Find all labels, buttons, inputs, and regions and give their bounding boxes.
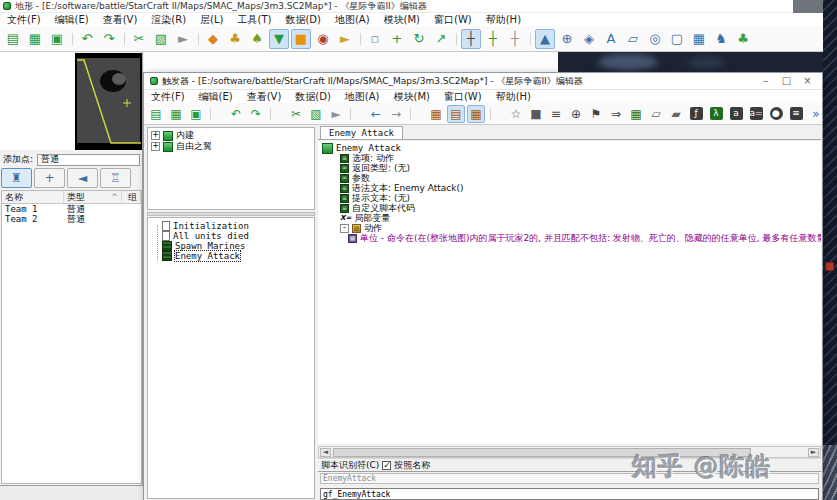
trigger-enemy-attack[interactable]: Enemy Attack	[148, 251, 314, 261]
point-tool-icon[interactable]: ▼	[269, 29, 289, 49]
ai-module-icon[interactable]: ◈	[579, 29, 599, 49]
lib-wings-of-liberty[interactable]: 自由之翼	[148, 141, 314, 152]
new-folder-icon[interactable]: ■	[527, 105, 545, 123]
doodad-brush-icon[interactable]: ♣	[225, 29, 245, 49]
lambda-icon[interactable]: λ	[707, 105, 725, 123]
trigger-all-units-died[interactable]: All units died	[148, 231, 314, 241]
open-folder-icon[interactable]: ▦	[25, 29, 45, 49]
constant-icon[interactable]: a=	[747, 105, 765, 123]
lib-built-in[interactable]: 内建	[148, 130, 314, 141]
column-type[interactable]: 类型	[64, 191, 122, 203]
axis-local-icon[interactable]: ┼	[461, 29, 481, 49]
Team 2[interactable]: Team 2 普通	[2, 214, 141, 224]
trigger-grid-view-icon[interactable]: ▦	[467, 105, 485, 123]
axis-view-icon[interactable]: ┼	[505, 29, 525, 49]
menu-item[interactable]: 帮助(H)	[489, 90, 538, 104]
new-trigger-icon[interactable]: ⊕	[567, 105, 585, 123]
new-document-icon[interactable]: ▤	[147, 105, 165, 123]
point-beacon-icon[interactable]: ♜	[1, 168, 32, 188]
menu-item[interactable]: 文件(F)	[0, 13, 48, 27]
import-module-icon[interactable]: ▱	[623, 29, 643, 49]
variable-icon[interactable]: a	[727, 105, 745, 123]
prop-local-variables[interactable]: X= 局部变量	[318, 213, 821, 223]
trigger-initialization[interactable]: Initialization	[148, 221, 314, 231]
cut-icon[interactable]: ✂	[287, 105, 305, 123]
foliage-module-icon[interactable]: ♣	[733, 29, 753, 49]
point-tower-icon[interactable]: ♖	[100, 168, 131, 188]
new-movie-icon[interactable]: ▦	[627, 105, 645, 123]
new-element-icon[interactable]: ☆	[507, 105, 525, 123]
scroll-left-icon[interactable]: ◄	[320, 448, 331, 457]
menu-item[interactable]: 窗口(W)	[427, 13, 479, 27]
menu-item[interactable]: 查看(V)	[240, 90, 289, 104]
trigger-spawn-marines[interactable]: Spawn Marines	[148, 241, 314, 251]
data-module-icon[interactable]: ⊕	[557, 29, 577, 49]
menu-item[interactable]: 编辑(E)	[48, 13, 96, 27]
next-icon[interactable]: »	[807, 105, 825, 123]
point-sound-icon[interactable]: ◄	[67, 168, 98, 188]
paste-icon[interactable]: ▧	[151, 29, 171, 49]
camera-tool-icon[interactable]: ◉	[313, 29, 333, 49]
redo-icon[interactable]: ↷	[99, 29, 119, 49]
maximize-button[interactable]: □	[778, 75, 795, 88]
select-arrow-icon[interactable]: ►	[327, 105, 345, 123]
save-icon[interactable]: ▣	[47, 29, 67, 49]
back-icon[interactable]: ←	[367, 105, 385, 123]
scale-mode-icon[interactable]: ↗	[431, 29, 451, 49]
new-event-icon[interactable]: ⚑	[587, 105, 605, 123]
by-name-checkbox[interactable]	[382, 461, 391, 470]
action-unit-order[interactable]: ▦ 单位 - 命令在(在(整张地图)内的属于玩家2的, 并且匹配不包括: 发射物…	[318, 233, 821, 243]
menu-item[interactable]: 编辑(E)	[192, 90, 240, 104]
pane-splitter[interactable]	[147, 212, 315, 216]
text-module-icon[interactable]: A	[601, 29, 621, 49]
menu-item[interactable]: 查看(V)	[96, 13, 145, 27]
hand-tool-icon[interactable]: ►	[335, 29, 355, 49]
undo-icon[interactable]: ↶	[227, 105, 245, 123]
tree-brush-icon[interactable]: ♠	[247, 29, 267, 49]
open-folder-icon[interactable]: ▦	[167, 105, 185, 123]
function-icon[interactable]: ƒ	[687, 105, 705, 123]
new-comment-icon[interactable]: ≡	[547, 105, 565, 123]
forward-icon[interactable]: →	[387, 105, 405, 123]
close-button[interactable]: ×	[799, 75, 816, 88]
export-script-icon[interactable]: ▱	[647, 105, 665, 123]
column-group[interactable]: 组	[122, 191, 141, 203]
menu-item[interactable]: 帮助(H)	[479, 13, 528, 27]
redo-icon[interactable]: ↷	[247, 105, 265, 123]
menu-item[interactable]: 文件(F)	[144, 90, 192, 104]
point-cross-icon[interactable]: +	[34, 168, 65, 188]
galaxy-module-icon[interactable]: ◎	[645, 29, 665, 49]
prop-custom-script[interactable]: ≡ 自定义脚本代码	[318, 203, 821, 213]
menu-item[interactable]: 工具(T)	[230, 13, 278, 27]
doodads-module-icon[interactable]: ♞	[711, 29, 731, 49]
menu-item[interactable]: 窗口(W)	[437, 90, 489, 104]
expand-icon[interactable]	[151, 142, 160, 151]
prop-return-type[interactable]: ∞ 返回类型: (无)	[318, 163, 821, 173]
save-icon[interactable]: ▣	[187, 105, 205, 123]
select-arrow-icon[interactable]: ►	[173, 29, 193, 49]
expand-icon[interactable]	[340, 224, 349, 233]
menu-item[interactable]: 数据(D)	[288, 90, 338, 104]
scroll-right-icon[interactable]: ►	[808, 448, 819, 457]
tab-enemy-attack[interactable]: Enemy Attack	[320, 126, 403, 139]
paste-icon[interactable]: ▧	[307, 105, 325, 123]
terrain-module-icon[interactable]: ▲	[535, 29, 555, 49]
ui-module-icon[interactable]: ▢	[667, 29, 687, 49]
menu-item[interactable]: 地图(A)	[328, 13, 377, 27]
record-icon[interactable]: ●	[767, 105, 785, 123]
minimize-button[interactable]: –	[757, 75, 774, 88]
trigger-list-view-icon[interactable]: ▤	[447, 105, 465, 123]
minimap[interactable]	[75, 53, 142, 150]
menu-item[interactable]: 模块(M)	[377, 13, 427, 27]
cutscene-module-icon[interactable]: ▦	[689, 29, 709, 49]
new-document-icon[interactable]: ▤	[3, 29, 23, 49]
explosion-brush-icon[interactable]: ◆	[203, 29, 223, 49]
rotate-mode-icon[interactable]: ↻	[409, 29, 429, 49]
axis-world-icon[interactable]: ┼	[483, 29, 503, 49]
undo-icon[interactable]: ↶	[77, 29, 97, 49]
region-tool-icon[interactable]: ■	[291, 29, 311, 49]
menu-item[interactable]: 地图(A)	[338, 90, 387, 104]
expand-icon[interactable]	[151, 131, 160, 140]
import-script-icon[interactable]: ▰	[667, 105, 685, 123]
menu-item[interactable]: 数据(D)	[278, 13, 328, 27]
